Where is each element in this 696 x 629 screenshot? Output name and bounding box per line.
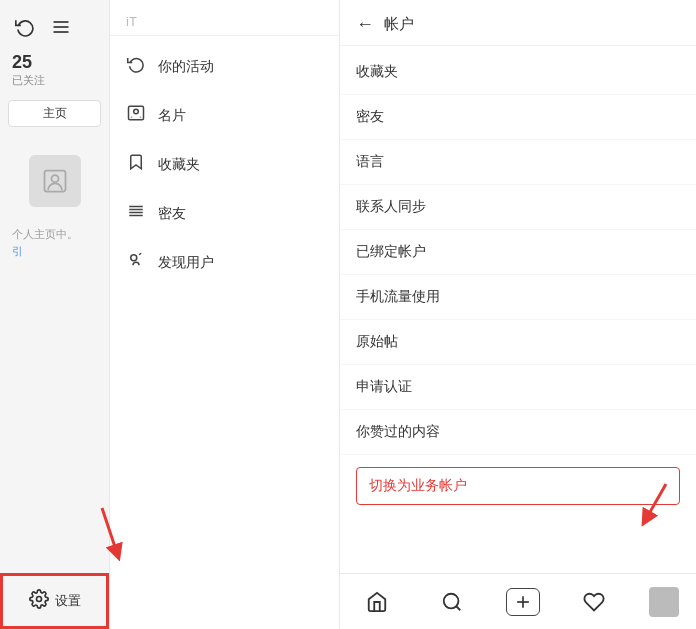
close-friends-label: 密友 bbox=[158, 205, 186, 223]
request-verification-text: 申请认证 bbox=[356, 378, 412, 396]
follow-count: 25 bbox=[12, 52, 32, 73]
svg-point-7 bbox=[134, 109, 139, 114]
blue-link[interactable]: 引 bbox=[0, 242, 109, 261]
account-title: 帐户 bbox=[384, 15, 414, 34]
switch-business-button[interactable]: 切换为业务帐户 bbox=[356, 467, 680, 505]
svg-line-17 bbox=[456, 606, 460, 610]
top-icons bbox=[0, 0, 109, 48]
settings-icon bbox=[29, 589, 49, 614]
item-liked-content[interactable]: 你赞过的内容 bbox=[340, 410, 696, 455]
activity-label: 你的活动 bbox=[158, 58, 214, 76]
app-container: 25 已关注 主页 个人主页中。 引 设置 iT bbox=[0, 0, 696, 629]
menu-item-close-friends[interactable]: 密友 bbox=[110, 189, 339, 238]
middle-header-text: iT bbox=[110, 0, 339, 36]
svg-point-14 bbox=[131, 255, 137, 261]
bottom-nav bbox=[340, 573, 696, 629]
close-friends-text: 密友 bbox=[356, 108, 384, 126]
menu-list: 你的活动 名片 收 bbox=[110, 36, 339, 293]
item-data-usage[interactable]: 手机流量使用 bbox=[340, 275, 696, 320]
favorites-label: 收藏夹 bbox=[158, 156, 200, 174]
history-icon[interactable] bbox=[12, 14, 38, 40]
nav-add-button[interactable] bbox=[506, 588, 540, 616]
item-contacts-sync[interactable]: 联系人同步 bbox=[340, 185, 696, 230]
account-settings-list: 收藏夹 密友 语言 联系人同步 已绑定帐户 手机流量使用 原始帖 申请认证 bbox=[340, 46, 696, 459]
settings-label: 设置 bbox=[55, 592, 81, 610]
nav-home-button[interactable] bbox=[357, 582, 397, 622]
homepage-button[interactable]: 主页 bbox=[8, 100, 101, 127]
menu-icon[interactable] bbox=[48, 14, 74, 40]
svg-line-15 bbox=[139, 253, 141, 255]
menu-item-discover[interactable]: 发现用户 bbox=[110, 238, 339, 287]
card-label: 名片 bbox=[158, 107, 186, 125]
right-header: ← 帐户 bbox=[340, 0, 696, 46]
settings-bar[interactable]: 设置 bbox=[0, 573, 109, 629]
language-text: 语言 bbox=[356, 153, 384, 171]
menu-item-card[interactable]: 名片 bbox=[110, 91, 339, 140]
liked-content-text: 你赞过的内容 bbox=[356, 423, 440, 441]
item-original-posts[interactable]: 原始帖 bbox=[340, 320, 696, 365]
item-close-friends[interactable]: 密友 bbox=[340, 95, 696, 140]
user-avatar bbox=[29, 155, 81, 207]
svg-point-4 bbox=[51, 175, 58, 182]
discover-icon bbox=[126, 251, 146, 274]
data-usage-text: 手机流量使用 bbox=[356, 288, 440, 306]
nav-likes-button[interactable] bbox=[574, 582, 614, 622]
card-icon bbox=[126, 104, 146, 127]
menu-item-activity[interactable]: 你的活动 bbox=[110, 42, 339, 91]
svg-point-16 bbox=[443, 593, 458, 608]
nav-search-button[interactable] bbox=[432, 582, 472, 622]
follow-label: 已关注 bbox=[12, 73, 45, 88]
left-panel: 25 已关注 主页 个人主页中。 引 设置 bbox=[0, 0, 110, 629]
bookmark-icon bbox=[126, 153, 146, 176]
linked-accounts-text: 已绑定帐户 bbox=[356, 243, 426, 261]
menu-item-favorites[interactable]: 收藏夹 bbox=[110, 140, 339, 189]
item-linked-accounts[interactable]: 已绑定帐户 bbox=[340, 230, 696, 275]
favorites-text: 收藏夹 bbox=[356, 63, 398, 81]
contacts-sync-text: 联系人同步 bbox=[356, 198, 426, 216]
svg-point-5 bbox=[36, 596, 41, 601]
original-posts-text: 原始帖 bbox=[356, 333, 398, 351]
item-favorites[interactable]: 收藏夹 bbox=[340, 50, 696, 95]
middle-panel: iT 你的活动 bbox=[110, 0, 340, 629]
discover-label: 发现用户 bbox=[158, 254, 214, 272]
close-friends-icon bbox=[126, 202, 146, 225]
item-language[interactable]: 语言 bbox=[340, 140, 696, 185]
item-request-verification[interactable]: 申请认证 bbox=[340, 365, 696, 410]
back-arrow-icon[interactable]: ← bbox=[356, 14, 374, 35]
activity-icon bbox=[126, 55, 146, 78]
stats-area: 25 已关注 bbox=[0, 48, 109, 96]
nav-profile-avatar[interactable] bbox=[649, 587, 679, 617]
right-panel: ← 帐户 收藏夹 密友 语言 联系人同步 已绑定帐户 手机流量使用 原始 bbox=[340, 0, 696, 629]
personal-text: 个人主页中。 bbox=[0, 227, 109, 242]
